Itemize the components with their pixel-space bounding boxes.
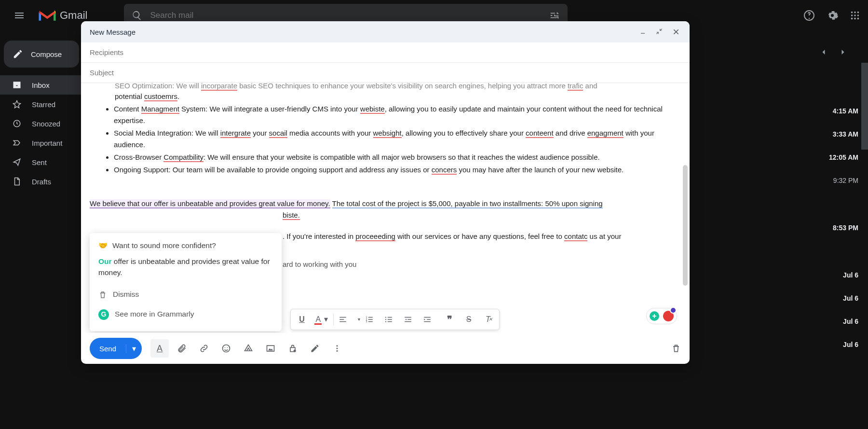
subject-placeholder: Subject [90, 69, 114, 77]
more-options-button[interactable] [328, 339, 346, 358]
insert-photo-button[interactable] [261, 339, 280, 358]
prev-page-button[interactable] [819, 47, 828, 57]
recipients-placeholder: Recipients [90, 48, 123, 56]
indent-more-button[interactable] [423, 315, 437, 324]
svg-point-17 [223, 345, 230, 352]
svg-point-22 [294, 350, 296, 352]
svg-point-19 [227, 347, 228, 348]
svg-point-18 [225, 347, 226, 348]
suggestion-highlight: Our [98, 257, 112, 265]
svg-point-2 [854, 12, 856, 14]
app-name: Gmail [60, 9, 87, 22]
timestamp: Jul 6 [829, 294, 858, 302]
formatting-options-button[interactable]: A [150, 339, 169, 358]
email-timestamps: 4:15 AM 3:33 AM 12:05 AM 9:32 PM 8:53 PM… [829, 107, 858, 348]
send-button[interactable]: Send ▾ [90, 338, 142, 359]
compose-button[interactable]: Compose [4, 41, 79, 68]
sidebar-label: Starred [32, 100, 55, 109]
svg-text:3: 3 [366, 320, 367, 323]
insert-signature-button[interactable] [306, 339, 324, 358]
recipients-field[interactable]: Recipients [81, 42, 690, 63]
timestamp: 8:53 PM [829, 224, 858, 232]
timestamp: Jul 6 [829, 341, 858, 348]
compose-body[interactable]: SEO Optimization: We will incorparate ba… [81, 83, 690, 333]
quote-button[interactable]: ❞ [442, 312, 457, 327]
timestamp: 9:32 PM [829, 177, 858, 184]
sidebar-label: Important [32, 139, 62, 147]
help-icon[interactable] [803, 10, 815, 21]
clear-formatting-button[interactable]: T✕ [481, 313, 495, 326]
grammarly-alert-icon [663, 311, 674, 321]
dismiss-label: Dismiss [113, 289, 139, 301]
numbered-list-button[interactable]: 123 [365, 315, 380, 324]
compose-label: Compose [31, 50, 62, 58]
fullscreen-button[interactable] [656, 28, 667, 36]
grammarly-see-more-button[interactable]: G See more in Grammarly [98, 304, 273, 324]
timestamp: Jul 6 [829, 271, 858, 279]
svg-point-14 [385, 317, 386, 318]
body-text: ard to working with you [283, 259, 681, 270]
next-page-button[interactable] [838, 47, 848, 57]
search-input[interactable] [150, 11, 542, 20]
grammarly-popover: 🤝 Want to sound more confident? Our offe… [90, 233, 282, 331]
send-options-dropdown[interactable]: ▾ [126, 344, 142, 353]
compose-window: New Message Recipients Subject SEO Optim… [81, 21, 690, 364]
clock-icon [13, 119, 22, 128]
align-button[interactable] [339, 315, 353, 324]
sidebar-label: Inbox [32, 81, 50, 89]
grammarly-suggestion[interactable]: Our offer is unbeatable and provides gre… [98, 256, 273, 278]
star-icon [13, 100, 22, 109]
svg-point-4 [851, 14, 853, 16]
insert-link-button[interactable] [195, 339, 213, 358]
apps-icon[interactable] [850, 10, 860, 21]
grammarly-logo-icon: G [98, 309, 109, 320]
gmail-logo: Gmail [39, 9, 87, 22]
insert-drive-button[interactable] [239, 339, 258, 358]
settings-icon[interactable] [827, 10, 838, 21]
formatting-toolbar: U A ▾ ▾ 123 ❞ S T✕ [290, 309, 500, 330]
body-text: biste. [283, 211, 300, 220]
tune-icon[interactable] [549, 10, 560, 21]
subject-field[interactable]: Subject [81, 63, 690, 83]
body-text: The total cost of the project is $5,000,… [332, 199, 603, 208]
text-color-button[interactable]: A ▾ [314, 313, 328, 326]
sidebar-label: Sent [32, 158, 47, 166]
main-menu-button[interactable] [8, 4, 31, 27]
important-icon [13, 138, 22, 147]
svg-point-5 [854, 14, 856, 16]
send-label: Send [90, 345, 126, 353]
insert-emoji-button[interactable] [217, 339, 235, 358]
sidebar-label: Drafts [32, 178, 51, 186]
indent-less-button[interactable] [404, 315, 418, 324]
drafts-icon [13, 177, 22, 186]
timestamp: 12:05 AM [829, 153, 858, 161]
suggestion-text: offer is unbeatable and provides great v… [98, 257, 270, 276]
svg-point-7 [851, 18, 853, 20]
svg-point-15 [385, 319, 386, 320]
see-more-label: See more in Grammarly [115, 308, 194, 320]
grammarly-status-pill[interactable] [646, 308, 677, 324]
grammarly-highlighted-text[interactable]: We believe that our offer is unbeatable … [90, 199, 330, 208]
discard-draft-button[interactable] [671, 344, 681, 353]
close-button[interactable] [672, 28, 684, 36]
minimize-button[interactable] [639, 28, 651, 36]
grammarly-add-icon [650, 311, 659, 321]
gmail-icon [39, 9, 56, 22]
underline-button[interactable]: U [295, 313, 309, 326]
body-scrollbar[interactable] [683, 165, 688, 286]
confidential-mode-button[interactable] [284, 339, 302, 358]
handshake-icon: 🤝 [98, 240, 108, 252]
svg-point-8 [854, 18, 856, 20]
timestamp: 3:33 AM [829, 130, 858, 138]
bulleted-list-button[interactable] [384, 315, 399, 324]
strikethrough-button[interactable]: S [461, 313, 476, 326]
search-icon [132, 10, 142, 21]
pencil-icon [13, 49, 23, 59]
main-scrollbar[interactable] [861, 63, 868, 150]
compose-title: New Message [90, 28, 136, 36]
grammarly-heading: Want to sound more confident? [112, 240, 216, 252]
svg-point-25 [337, 350, 338, 352]
inbox-icon [13, 81, 22, 89]
attach-file-button[interactable] [173, 339, 191, 358]
grammarly-dismiss-button[interactable]: Dismiss [98, 285, 273, 304]
